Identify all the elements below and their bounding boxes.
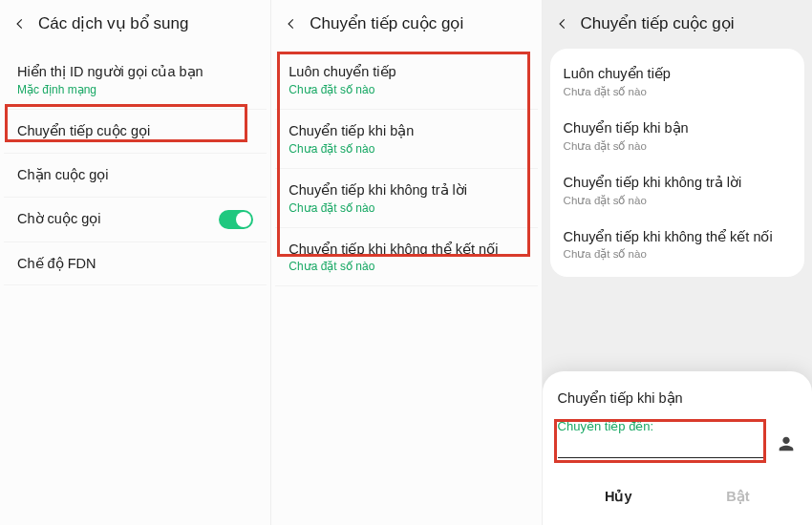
item-label: Luôn chuyển tiếp: [288, 63, 524, 81]
item-label: Hiển thị ID người gọi của bạn: [17, 63, 253, 81]
item-label: Luôn chuyển tiếp: [564, 65, 791, 83]
back-icon[interactable]: [11, 15, 29, 32]
item-forward-when-busy[interactable]: Chuyển tiếp khi bận Chưa đặt số nào: [275, 110, 537, 169]
forward-to-field: Chuyển tiếp đến:: [558, 419, 766, 458]
item-caller-id[interactable]: Hiển thị ID người gọi của bạn Mặc định m…: [4, 51, 267, 110]
forward-number-input[interactable]: [558, 437, 766, 458]
item-label: Chuyển tiếp khi bận: [288, 122, 524, 140]
item-label: Chuyển tiếp khi không thể kết nối: [564, 228, 791, 246]
item-call-forwarding[interactable]: Chuyển tiếp cuộc gọi: [4, 110, 267, 154]
item-forward-unreachable[interactable]: Chuyển tiếp khi không thể kết nối Chưa đ…: [550, 218, 804, 272]
panel-call-forwarding: Chuyển tiếp cuộc gọi Luôn chuyển tiếp Ch…: [270, 0, 541, 525]
item-sub: Chưa đặt số nào: [564, 247, 791, 261]
item-label: Chờ cuộc gọi: [17, 210, 100, 228]
item-label: Chuyển tiếp cuộc gọi: [17, 122, 253, 140]
back-icon[interactable]: [554, 15, 571, 32]
item-label: Chặn cuộc gọi: [17, 166, 253, 184]
enable-button[interactable]: Bật: [707, 481, 768, 512]
item-label: Chuyển tiếp khi không trả lời: [564, 174, 791, 192]
page-title: Chuyển tiếp cuộc gọi: [310, 13, 463, 33]
page-title: Chuyển tiếp cuộc gọi: [581, 13, 735, 33]
item-call-blocking[interactable]: Chặn cuộc gọi: [4, 154, 267, 198]
item-always-forward[interactable]: Luôn chuyển tiếp Chưa đặt số nào: [550, 54, 804, 109]
header: Chuyển tiếp cuộc gọi: [271, 0, 541, 51]
back-icon[interactable]: [283, 15, 300, 32]
item-label: Chuyển tiếp khi không trả lời: [288, 181, 524, 200]
item-forward-when-busy[interactable]: Chuyển tiếp khi bận Chưa đặt số nào: [550, 109, 804, 163]
sheet-title: Chuyển tiếp khi bận: [558, 390, 797, 406]
header: Chuyển tiếp cuộc gọi: [543, 0, 812, 43]
sheet-actions: Hủy Bật: [558, 475, 797, 515]
item-label: Chuyển tiếp khi không thể kết nối: [288, 241, 524, 259]
bottom-sheet: Chuyển tiếp khi bận Chuyển tiếp đến: Hủy…: [543, 371, 812, 525]
item-label: Chuyển tiếp khi bận: [564, 119, 791, 137]
item-sub: Chưa đặt số nào: [564, 139, 791, 153]
item-forward-unreachable[interactable]: Chuyển tiếp khi không thể kết nối Chưa đ…: [275, 228, 537, 287]
item-sub: Chưa đặt số nào: [288, 83, 524, 96]
item-label: Chế độ FDN: [17, 255, 253, 273]
contact-picker-icon[interactable]: [776, 433, 797, 454]
item-forward-no-answer[interactable]: Chuyển tiếp khi không trả lời Chưa đặt s…: [275, 169, 537, 228]
forwarding-card: Luôn chuyển tiếp Chưa đặt số nào Chuyển …: [550, 49, 804, 277]
item-sub: Chưa đặt số nào: [288, 260, 524, 273]
toggle-on-icon[interactable]: [219, 210, 253, 229]
settings-list: Hiển thị ID người gọi của bạn Mặc định m…: [0, 51, 270, 285]
field-label: Chuyển tiếp đến:: [558, 419, 766, 433]
page-title: Các dịch vụ bổ sung: [38, 13, 188, 33]
forwarding-list: Luôn chuyển tiếp Chưa đặt số nào Chuyển …: [271, 51, 541, 286]
item-sub: Chưa đặt số nào: [288, 201, 524, 215]
item-sub: Chưa đặt số nào: [564, 85, 791, 98]
sheet-field-row: Chuyển tiếp đến:: [558, 419, 797, 458]
item-forward-no-answer[interactable]: Chuyển tiếp khi không trả lời Chưa đặt s…: [550, 163, 804, 218]
item-always-forward[interactable]: Luôn chuyển tiếp Chưa đặt số nào: [275, 51, 537, 110]
item-call-waiting[interactable]: Chờ cuộc gọi: [4, 198, 267, 242]
header: Các dịch vụ bổ sung: [0, 0, 270, 51]
panel-additional-services: Các dịch vụ bổ sung Hiển thị ID người gọ…: [0, 0, 270, 525]
item-sub: Mặc định mạng: [17, 83, 253, 96]
item-fdn-mode[interactable]: Chế độ FDN: [4, 242, 267, 286]
item-sub: Chưa đặt số nào: [564, 194, 791, 207]
cancel-button[interactable]: Hủy: [586, 481, 652, 512]
panel-call-forwarding-dialog: Chuyển tiếp cuộc gọi Luôn chuyển tiếp Ch…: [542, 0, 812, 525]
item-sub: Chưa đặt số nào: [288, 142, 524, 156]
